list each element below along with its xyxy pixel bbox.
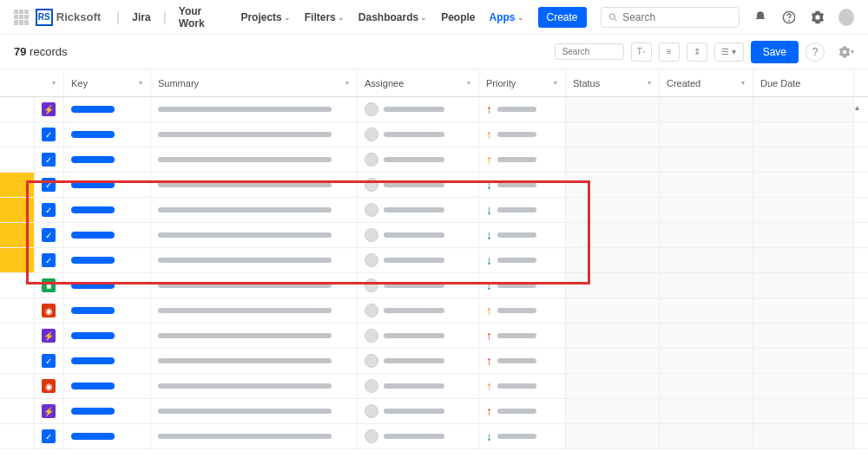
created-cell[interactable] (660, 147, 753, 172)
assignee-cell[interactable] (358, 248, 479, 272)
assignee-cell[interactable] (358, 122, 479, 147)
assignee-cell[interactable] (358, 349, 479, 373)
status-cell[interactable] (566, 374, 660, 398)
row-gutter[interactable] (0, 324, 35, 348)
table-row[interactable]: ◉ ↑ (0, 374, 868, 399)
issue-key-cell[interactable] (64, 399, 151, 423)
row-gutter[interactable] (0, 223, 35, 247)
help-icon[interactable] (781, 10, 796, 25)
issue-key-cell[interactable] (64, 349, 151, 373)
nav-people[interactable]: People (437, 11, 478, 23)
issue-type-cell[interactable]: ✓ (35, 424, 64, 448)
assignee-cell[interactable] (358, 424, 479, 448)
issue-key-cell[interactable] (64, 324, 151, 348)
table-row[interactable]: ◉ ↑ (0, 298, 868, 324)
status-cell[interactable] (566, 424, 660, 448)
nav-apps[interactable]: Apps⌄ (486, 11, 528, 23)
issue-type-cell[interactable]: ✓ (35, 349, 64, 373)
row-gutter[interactable] (0, 399, 35, 423)
summary-cell[interactable] (151, 374, 358, 398)
issue-type-cell[interactable]: ◉ (35, 374, 64, 398)
duedate-cell[interactable] (753, 223, 854, 247)
priority-cell[interactable]: ↑ (479, 147, 566, 172)
filter-dropdown-icon[interactable]: ▾ (464, 79, 473, 88)
issue-key-cell[interactable] (64, 248, 151, 272)
assignee-cell[interactable] (358, 374, 479, 398)
status-cell[interactable] (566, 147, 660, 172)
summary-cell[interactable] (151, 223, 358, 247)
nav-dashboards[interactable]: Dashboards⌄ (355, 11, 431, 23)
created-cell[interactable] (660, 122, 753, 147)
priority-cell[interactable]: ↓ (479, 424, 566, 448)
duedate-cell[interactable] (753, 198, 854, 222)
brand[interactable]: RS Ricksoft (36, 9, 101, 26)
table-row[interactable]: ⚡ ↑ (0, 97, 868, 122)
issue-key-cell[interactable] (64, 198, 151, 222)
table-row[interactable]: ✓ ↓ (0, 173, 868, 198)
duedate-cell[interactable] (753, 97, 854, 121)
priority-cell[interactable]: ↑ (479, 349, 566, 373)
status-cell[interactable] (566, 223, 660, 247)
assignee-cell[interactable] (358, 147, 479, 172)
help-button[interactable]: ? (806, 43, 825, 62)
filter-dropdown-icon[interactable]: ▾ (645, 79, 654, 88)
notifications-icon[interactable] (753, 10, 768, 25)
table-row[interactable]: ✓ ↓ (0, 198, 868, 223)
summary-cell[interactable] (151, 324, 358, 348)
created-cell[interactable] (660, 248, 753, 272)
duedate-cell[interactable] (753, 349, 854, 373)
issue-type-cell[interactable]: ✓ (35, 223, 64, 247)
duedate-cell[interactable] (753, 298, 854, 323)
duedate-cell[interactable] (753, 248, 854, 272)
status-cell[interactable] (566, 122, 660, 147)
issue-key-cell[interactable] (64, 424, 151, 448)
issue-key-cell[interactable] (64, 173, 151, 197)
duedate-cell[interactable] (753, 147, 854, 172)
assignee-cell[interactable] (358, 198, 479, 222)
row-gutter[interactable] (0, 198, 35, 222)
col-key[interactable]: Key▾ (64, 69, 151, 96)
created-cell[interactable] (660, 374, 753, 398)
created-cell[interactable] (660, 424, 753, 448)
summary-cell[interactable] (151, 198, 358, 222)
table-row[interactable]: ✓ ↓ (0, 223, 868, 248)
filter-dropdown-icon[interactable]: ▾ (136, 79, 145, 88)
row-gutter[interactable] (0, 298, 35, 323)
global-search[interactable] (601, 7, 740, 28)
table-search-input[interactable] (555, 43, 624, 60)
summary-cell[interactable] (151, 424, 358, 448)
priority-cell[interactable]: ↓ (479, 223, 566, 247)
assignee-cell[interactable] (358, 97, 479, 121)
issue-type-cell[interactable]: ✓ (35, 122, 64, 147)
view-toggle-expand[interactable]: ⇕ (687, 43, 707, 62)
issue-type-cell[interactable]: ✓ (35, 198, 64, 222)
nav-projects[interactable]: Projects⌄ (237, 11, 293, 23)
issue-key-cell[interactable] (64, 273, 151, 298)
priority-cell[interactable]: ↑ (479, 399, 566, 423)
summary-cell[interactable] (151, 248, 358, 272)
col-duedate[interactable]: Due Date (753, 69, 854, 96)
issue-type-cell[interactable]: ✓ (35, 173, 64, 197)
issue-key-cell[interactable] (64, 298, 151, 323)
priority-cell[interactable]: ↑ (479, 324, 566, 348)
duedate-cell[interactable] (753, 424, 854, 448)
table-row[interactable]: ✓ ↓ (0, 424, 868, 449)
duedate-cell[interactable] (753, 273, 854, 298)
col-type[interactable]: ▾ (35, 69, 64, 96)
view-toggle-text[interactable]: T◦ (631, 43, 652, 62)
app-switcher-icon[interactable] (14, 10, 29, 25)
row-gutter[interactable] (0, 349, 35, 373)
created-cell[interactable] (660, 324, 753, 348)
created-cell[interactable] (660, 198, 753, 222)
duedate-cell[interactable] (753, 324, 854, 348)
col-status[interactable]: Status▾ (566, 69, 660, 96)
priority-cell[interactable]: ↓ (479, 248, 566, 272)
nav-filters[interactable]: Filters⌄ (301, 11, 348, 23)
table-row[interactable]: ✓ ↑ (0, 349, 868, 374)
assignee-cell[interactable] (358, 223, 479, 247)
issue-type-cell[interactable]: ✓ (35, 147, 64, 172)
summary-cell[interactable] (151, 97, 358, 121)
assignee-cell[interactable] (358, 273, 479, 298)
table-row[interactable]: ✓ ↓ (0, 248, 868, 273)
table-row[interactable]: ✓ ↑ (0, 147, 868, 173)
